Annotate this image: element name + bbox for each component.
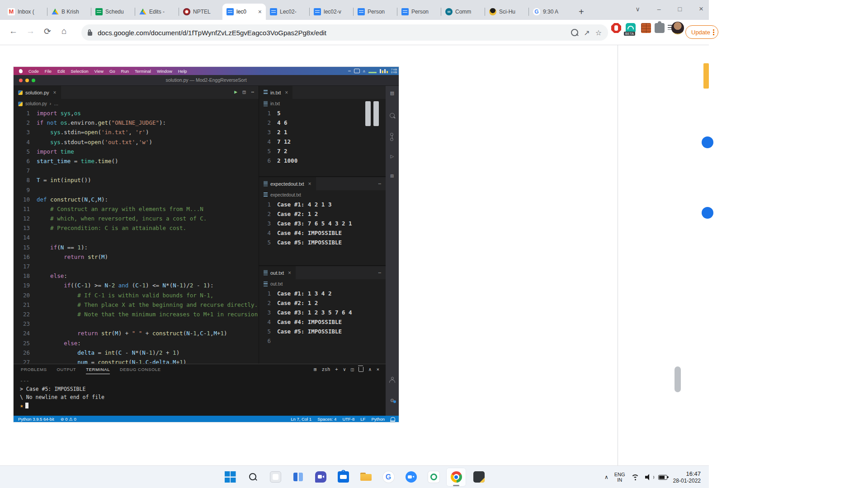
code-line[interactable]: 3 sys.stdin=open('in.txt', 'r') <box>14 127 259 137</box>
code-line[interactable]: 27 num = construct(N-1,C-delta,M+1) <box>14 357 259 364</box>
code-line[interactable]: 24 return str(M) + " " + construct(N-1,C… <box>14 328 259 338</box>
panel-tab-debug-console[interactable]: DEBUG CONSOLE <box>120 367 161 374</box>
pane-lines[interactable]: 1Case #1: 4 2 1 32Case #2: 1 23Case #3: … <box>259 200 386 247</box>
new-terminal-icon[interactable]: + <box>335 366 338 372</box>
close-panel-icon[interactable]: × <box>377 366 379 372</box>
address-bar[interactable]: docs.google.com/document/d/1fTpWynfZvLzE… <box>81 24 608 41</box>
taskbar-app-widgets[interactable] <box>288 468 308 487</box>
status-ln-7-col-1[interactable]: Ln 7, Col 1 <box>291 417 311 422</box>
split-terminal-icon[interactable]: ◫ <box>351 366 354 372</box>
status-utf-8[interactable]: UTF-8 <box>342 417 354 422</box>
explorer-icon[interactable]: ▤ <box>386 89 399 96</box>
taskbar-app-zoom[interactable] <box>401 468 421 487</box>
breadcrumb[interactable]: out.txt <box>264 279 283 289</box>
forward-icon[interactable]: → <box>26 26 35 36</box>
profile-avatar[interactable] <box>671 22 684 34</box>
code-line[interactable]: 5import time <box>14 147 259 156</box>
breadcrumb[interactable]: solution.py › … <box>18 99 58 108</box>
reload-icon[interactable]: ⟳ <box>44 26 51 37</box>
more-icon[interactable]: ⋯ <box>348 69 350 73</box>
code-line[interactable]: 16 return str(M) <box>14 252 259 262</box>
shell-label[interactable]: zsh <box>321 366 330 372</box>
language-indicator[interactable]: ENGIN <box>614 472 625 483</box>
maximize-icon[interactable]: □ <box>678 5 682 13</box>
code-line[interactable]: 15 if(N == 1): <box>14 243 259 252</box>
beta-extension-icon[interactable]: BETA <box>626 23 636 33</box>
status-python[interactable]: Python <box>371 417 385 422</box>
menu-edit[interactable]: Edit <box>57 69 65 74</box>
browser-tab-b-krish[interactable]: B Krish <box>47 4 91 20</box>
volume-icon[interactable] <box>645 474 652 480</box>
run-debug-icon[interactable]: ▷ <box>386 153 399 160</box>
taskbar-app-taskview[interactable] <box>265 468 285 487</box>
update-button[interactable]: Update <box>685 25 718 39</box>
menu-terminal[interactable]: Terminal <box>135 69 151 74</box>
account-icon[interactable] <box>389 377 395 383</box>
terminal-output[interactable]: ---> Case #5: IMPOSSIBLE\ No newline at … <box>20 377 104 409</box>
maximize-panel-icon[interactable]: ∧ <box>368 366 371 372</box>
code-line[interactable]: 17 <box>14 262 259 271</box>
code-line[interactable]: 7 <box>14 166 259 175</box>
browser-tab-lec02[interactable]: Lec02- <box>266 4 309 20</box>
close-icon[interactable]: × <box>53 89 57 96</box>
taskbar-app-green[interactable] <box>424 468 443 487</box>
status-spaces-4[interactable]: Spaces: 4 <box>317 417 336 422</box>
menu-window[interactable]: Window <box>157 69 172 74</box>
code-line[interactable]: 26 delta = int(C - N*(N-1)/2 + 1) <box>14 348 259 357</box>
taskbar-app-search[interactable] <box>243 468 263 487</box>
taskbar-app-folder[interactable] <box>356 468 376 487</box>
settings-gear-icon[interactable]: ⚙ <box>386 397 399 404</box>
tab-out-txt[interactable]: out.txt× <box>259 266 296 279</box>
breadcrumb[interactable]: in.txt <box>264 99 280 108</box>
code-line[interactable]: 6start_time = time.time() <box>14 156 259 166</box>
adblock-extension-icon[interactable] <box>611 23 621 33</box>
code-line[interactable]: 23 <box>14 319 259 328</box>
code-line[interactable]: 18 else: <box>14 271 259 281</box>
browser-tab-person[interactable]: Person <box>397 4 441 20</box>
scrollbar-thumb[interactable] <box>675 366 681 392</box>
battery-icon[interactable] <box>658 475 667 480</box>
browser-tab-person[interactable]: Person <box>354 4 397 20</box>
clock[interactable]: 16:4728-01-2022 <box>673 470 701 484</box>
browser-tab-inbox[interactable]: Inbox ( <box>4 4 47 20</box>
browser-tab-comm[interactable]: Comm <box>441 4 485 20</box>
browser-tab-9-30-a[interactable]: 9:30 A <box>529 4 572 20</box>
taskbar-app-store[interactable] <box>333 468 353 487</box>
tab-in-txt[interactable]: in.txt× <box>259 86 292 99</box>
panel-tab-terminal[interactable]: TERMINAL <box>86 367 110 374</box>
kill-terminal-icon[interactable] <box>359 367 363 372</box>
code-line[interactable]: 9 <box>14 185 259 195</box>
home-icon[interactable]: ⌂ <box>61 26 66 36</box>
bookmark-star-icon[interactable]: ☆ <box>595 28 602 37</box>
new-tab-button[interactable]: + <box>579 7 584 17</box>
minimize-icon[interactable]: – <box>657 5 661 13</box>
close-icon[interactable]: × <box>285 89 288 96</box>
panel-tab-output[interactable]: OUTPUT <box>57 367 76 374</box>
menu-code[interactable]: Code <box>28 69 39 74</box>
code-line[interactable]: 25 else: <box>14 338 259 348</box>
code-line[interactable]: 13 # Precondition: C is an attainable co… <box>14 223 259 233</box>
problems-status[interactable]: ⊘ 0 ⚠ 0 <box>61 417 76 422</box>
browser-tab-schedu[interactable]: Schedu <box>91 4 135 20</box>
browser-tab-nptel[interactable]: NPTEL <box>179 4 222 20</box>
code-line[interactable]: 2if not os.environ.get("ONLINE_JUDGE"): <box>14 118 259 127</box>
search-icon[interactable] <box>390 113 395 118</box>
menu-selection[interactable]: Selection <box>71 69 88 74</box>
launch-profile-icon[interactable]: ⊞ <box>314 366 316 372</box>
status-lf[interactable]: LF <box>360 417 365 422</box>
python-version[interactable]: Python 3.9.5 64-bit <box>18 417 54 422</box>
code-line[interactable]: 4 sys.stdout=open('out.txt','w') <box>14 137 259 147</box>
code-line[interactable]: 8T = int(input()) <box>14 175 259 185</box>
code-line[interactable]: 11 # Construct an array with elements fr… <box>14 204 259 214</box>
browser-tab-lec02-v[interactable]: lec02-v <box>310 4 353 20</box>
more-actions-icon[interactable]: ⋯ <box>251 89 254 95</box>
run-icon[interactable]: ▶ <box>234 89 237 95</box>
taskbar-app-start[interactable] <box>220 468 240 487</box>
close-icon[interactable]: × <box>308 181 311 187</box>
taskbar-app-google[interactable] <box>378 468 398 487</box>
extensions-puzzle-icon[interactable] <box>655 23 665 33</box>
zoom-icon[interactable] <box>571 29 578 36</box>
code-line[interactable]: 14 <box>14 233 259 242</box>
code-line[interactable]: 12 # which, when reversorted, incurs a c… <box>14 214 259 223</box>
code-line[interactable]: 19 if((C-1) >= N-2 and (C-1) <= N*(N-1)/… <box>14 281 259 290</box>
